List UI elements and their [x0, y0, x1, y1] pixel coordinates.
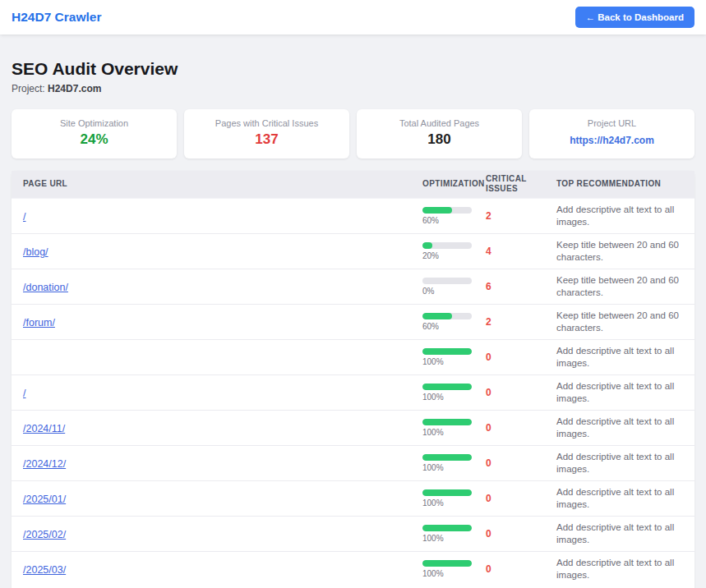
optimization-percent-label: 20%: [422, 251, 473, 260]
optimization-percent-label: 100%: [422, 428, 473, 437]
optimization-percent-label: 100%: [422, 357, 473, 366]
project-label: Project:: [12, 83, 45, 94]
page-url-link[interactable]: /forum/: [23, 317, 55, 328]
project-name: H24D7.com: [48, 83, 101, 94]
page-url-link[interactable]: /2024/12/: [23, 458, 66, 470]
top-recommendation-text: Add descriptive alt text to all images.: [550, 480, 694, 516]
critical-issues-count: 0: [479, 445, 550, 480]
page-url-cell: [12, 339, 416, 374]
app-brand[interactable]: H24D7 Crawler: [12, 10, 101, 25]
top-recommendation-text: Keep title between 20 and 60 characters.: [550, 304, 694, 339]
optimization-progress-bar: [422, 313, 472, 319]
page-url-link[interactable]: /: [23, 388, 25, 399]
top-recommendation-text: Add descriptive alt text to all images.: [550, 445, 694, 480]
optimization-progress-bar: [422, 454, 472, 461]
optimization-progress-fill: [422, 313, 452, 319]
page-url-cell: /2025/02/: [12, 516, 416, 551]
page-url-link[interactable]: /2024/11/: [23, 423, 65, 434]
column-header-top-recommendation: TOP RECOMMENDATION: [550, 171, 694, 198]
top-bar: H24D7 Crawler ← Back to Dashboard: [0, 0, 706, 34]
optimization-percent-label: 0%: [422, 287, 473, 296]
optimization-cell: 100%: [416, 339, 479, 374]
page-url-link[interactable]: /2025/03/: [23, 564, 66, 576]
card-label: Site Optimization: [18, 118, 170, 128]
optimization-cell: 100%: [416, 551, 479, 586]
page-url-cell: /: [12, 374, 416, 410]
optimization-progress-bar: [422, 384, 472, 390]
critical-issues-count: 0: [479, 480, 550, 516]
top-recommendation-text: Add descriptive alt text to all images.: [550, 410, 694, 445]
critical-issues-count: 6: [479, 269, 550, 304]
table-row: /2025/02/100%0Add descriptive alt text t…: [12, 516, 694, 551]
table-row: /100%0Add descriptive alt text to all im…: [12, 374, 694, 410]
page-url-cell: /donation/: [12, 269, 416, 304]
column-header-critical-issues: CRITICAL ISSUES: [479, 171, 550, 198]
critical-issues-count: 0: [479, 374, 550, 410]
card-value-site-optimization: 24%: [18, 131, 170, 147]
optimization-percent-label: 60%: [422, 322, 473, 331]
optimization-percent-label: 100%: [422, 498, 473, 508]
table-row: /forum/60%2Keep title between 20 and 60 …: [12, 304, 694, 339]
optimization-cell: 100%: [416, 445, 479, 480]
optimization-progress-fill: [422, 384, 472, 390]
table-row: /2025/03/100%0Add descriptive alt text t…: [12, 551, 694, 586]
column-header-page-url: PAGE URL: [12, 171, 416, 198]
audit-table: PAGE URL OPTIMIZATION CRITICAL ISSUES TO…: [12, 171, 694, 586]
optimization-cell: 100%: [416, 410, 479, 445]
optimization-progress-fill: [422, 525, 472, 531]
critical-issues-count: 2: [479, 304, 550, 339]
table-row: 100%0Add descriptive alt text to all ima…: [12, 339, 694, 374]
optimization-cell: 100%: [416, 480, 479, 516]
table-row: /2024/11/100%0Add descriptive alt text t…: [12, 410, 694, 445]
top-recommendation-text: Add descriptive alt text to all images.: [550, 374, 694, 410]
card-value-total-pages: 180: [363, 131, 515, 147]
page-url-link[interactable]: /: [23, 211, 25, 223]
page-url-cell: /2025/03/: [12, 551, 416, 586]
page-url-cell: /: [12, 198, 416, 233]
optimization-progress-bar: [422, 419, 472, 425]
top-recommendation-text: Add descriptive alt text to all images.: [550, 551, 694, 586]
card-label: Pages with Critical Issues: [191, 118, 343, 128]
top-recommendation-text: Keep title between 20 and 60 characters.: [550, 233, 694, 269]
optimization-percent-label: 60%: [422, 216, 473, 225]
summary-cards: Site Optimization 24% Pages with Critica…: [12, 109, 694, 158]
table-row: /2024/12/100%0Add descriptive alt text t…: [12, 445, 694, 480]
critical-issues-count: 0: [479, 516, 550, 551]
optimization-percent-label: 100%: [422, 463, 473, 472]
optimization-progress-fill: [422, 348, 472, 355]
card-total-pages: Total Audited Pages 180: [357, 109, 522, 158]
page-url-link[interactable]: /2025/02/: [23, 529, 66, 540]
optimization-progress-bar: [422, 242, 472, 249]
main-content: SEO Audit Overview Project: H24D7.com Si…: [0, 34, 706, 588]
optimization-progress-bar: [422, 560, 472, 567]
optimization-cell: 20%: [416, 233, 479, 269]
optimization-progress-fill: [422, 242, 432, 249]
back-to-dashboard-button[interactable]: ← Back to Dashboard: [575, 7, 695, 28]
table-row: /60%2Add descriptive alt text to all ima…: [12, 198, 694, 233]
page-url-cell: /forum/: [12, 304, 416, 339]
optimization-progress-bar: [422, 207, 472, 214]
optimization-progress-fill: [422, 419, 472, 425]
top-recommendation-text: Keep title between 20 and 60 characters.: [550, 269, 694, 304]
optimization-progress-fill: [422, 489, 472, 496]
optimization-percent-label: 100%: [422, 393, 473, 402]
optimization-progress-fill: [422, 207, 452, 214]
table-row: /blog/20%4Keep title between 20 and 60 c…: [12, 233, 694, 269]
optimization-progress-fill: [422, 454, 472, 461]
page-url-cell: /2024/11/: [12, 410, 416, 445]
critical-issues-count: 4: [479, 233, 550, 269]
card-critical-pages: Pages with Critical Issues 137: [184, 109, 349, 158]
optimization-percent-label: 100%: [422, 569, 473, 578]
critical-issues-count: 0: [479, 410, 550, 445]
audit-table-card: PAGE URL OPTIMIZATION CRITICAL ISSUES TO…: [12, 171, 694, 588]
project-url-link[interactable]: https://h24d7.com: [570, 135, 654, 146]
page-url-link[interactable]: /blog/: [23, 246, 48, 258]
optimization-percent-label: 100%: [422, 534, 473, 543]
optimization-progress-fill: [422, 560, 472, 567]
page-url-link[interactable]: /2025/01/: [23, 494, 66, 505]
page-url-link[interactable]: /donation/: [23, 282, 68, 293]
optimization-progress-bar: [422, 348, 472, 355]
card-site-optimization: Site Optimization 24%: [12, 109, 177, 158]
table-row: /2025/01/100%0Add descriptive alt text t…: [12, 480, 694, 516]
optimization-cell: 60%: [416, 198, 479, 233]
